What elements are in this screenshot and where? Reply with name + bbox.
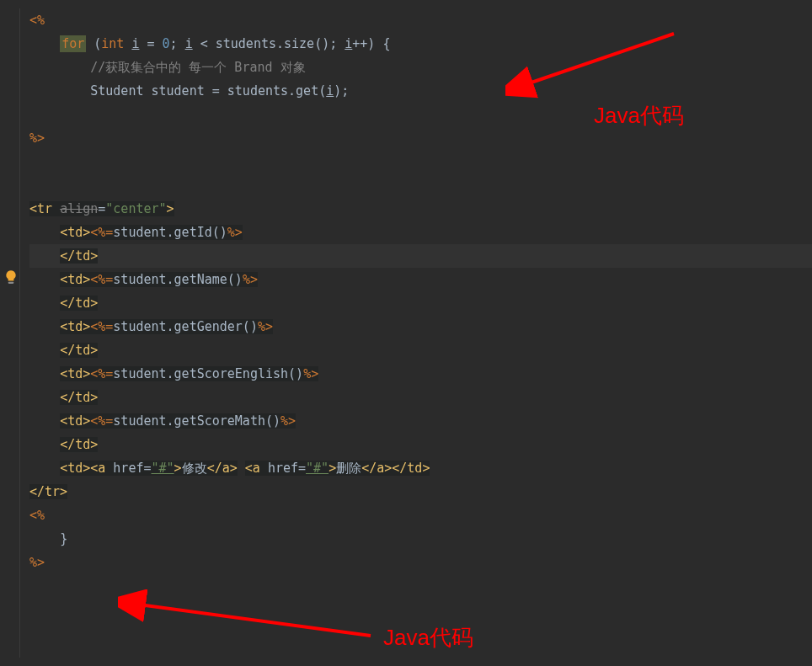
code-line: for (int i = 0; i < students.size(); i++… — [29, 32, 812, 56]
code-line: <td><%=student.getId()%> — [29, 221, 812, 244]
code-line: <td><%=student.getScoreEnglish()%> — [29, 362, 812, 386]
code-line: Student student = students.get(i); — [29, 79, 812, 103]
code-line: <td><%=student.getScoreMath()%> — [29, 409, 812, 433]
code-line: //获取集合中的 每一个 Brand 对象 — [29, 56, 812, 79]
annotation-arrow-2 — [118, 589, 387, 648]
annotation-label-2: Java代码 — [383, 623, 473, 653]
code-line: </td> — [29, 338, 812, 362]
code-line — [29, 150, 812, 173]
code-line: } — [29, 527, 812, 551]
code-line — [29, 103, 812, 126]
svg-rect-0 — [8, 282, 14, 284]
code-line: <% — [29, 503, 812, 527]
code-line: <% — [29, 8, 812, 32]
svg-line-4 — [139, 605, 371, 636]
intention-bulb-icon[interactable] — [3, 269, 19, 285]
code-line: <td><a href="#">修改</a> <a href="#">删除</a… — [29, 456, 812, 480]
code-line: </td> — [29, 291, 812, 315]
code-line: <tr align="center"> — [29, 197, 812, 221]
code-line: <td><%=student.getName()%> — [29, 268, 812, 291]
code-line: </td> — [29, 433, 812, 456]
code-line: </td> — [29, 386, 812, 409]
code-line: </tr> — [29, 480, 812, 503]
code-line: %> — [29, 126, 812, 150]
code-line: <td><%=student.getGender()%> — [29, 315, 812, 338]
gutter-divider — [19, 8, 20, 658]
code-editor[interactable]: <% for (int i = 0; i < students.size(); … — [0, 0, 812, 583]
code-line-active: </td> — [29, 244, 812, 268]
code-line: %> — [29, 551, 812, 574]
code-line — [29, 173, 812, 197]
